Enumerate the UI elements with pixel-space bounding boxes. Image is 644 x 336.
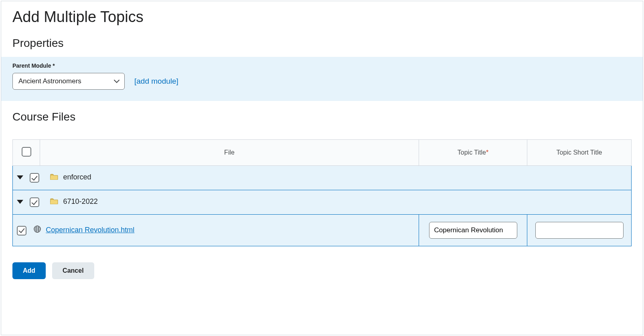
- table-row: 6710-2022: [13, 190, 632, 215]
- row-checkbox[interactable]: [30, 197, 39, 207]
- add-button[interactable]: Add: [12, 262, 46, 279]
- select-all-checkbox[interactable]: [22, 147, 31, 157]
- course-files-table: File Topic Title* Topic Short Title: [12, 139, 632, 246]
- topic-title-column-header: Topic Title*: [419, 140, 527, 166]
- folder-label: enforced: [63, 173, 91, 181]
- page-title: Add Multiple Topics: [12, 8, 632, 26]
- parent-module-label: Parent Module *: [12, 62, 632, 69]
- select-all-header: [13, 140, 40, 166]
- expand-toggle-icon[interactable]: [17, 200, 23, 204]
- topic-short-title-column-header: Topic Short Title: [527, 140, 632, 166]
- row-checkbox[interactable]: [17, 226, 26, 235]
- expand-toggle-icon[interactable]: [17, 175, 23, 179]
- topic-short-title-input[interactable]: [535, 222, 624, 239]
- table-row: Copernican Revolution.html: [13, 215, 632, 246]
- course-files-heading: Course Files: [12, 111, 632, 123]
- properties-heading: Properties: [12, 37, 632, 50]
- row-checkbox[interactable]: [30, 173, 39, 183]
- file-link[interactable]: Copernican Revolution.html: [46, 226, 134, 234]
- add-module-link[interactable]: [add module]: [134, 77, 178, 86]
- folder-icon: [50, 198, 58, 206]
- topic-title-header-text: Topic Title: [458, 149, 486, 156]
- folder-label: 6710-2022: [63, 197, 98, 205]
- folder-icon: [50, 173, 58, 181]
- file-column-header: File: [40, 140, 419, 166]
- cancel-button[interactable]: Cancel: [52, 262, 94, 279]
- parent-module-selected-value: Ancient Astronomers: [18, 77, 81, 85]
- globe-icon: [34, 225, 41, 234]
- topic-title-input[interactable]: [429, 222, 517, 239]
- required-star: *: [486, 149, 488, 156]
- properties-panel: Parent Module * Ancient Astronomers [add…: [1, 57, 643, 101]
- parent-module-select[interactable]: Ancient Astronomers: [12, 73, 125, 90]
- chevron-down-icon: [114, 78, 119, 85]
- table-row: enforced: [13, 166, 632, 190]
